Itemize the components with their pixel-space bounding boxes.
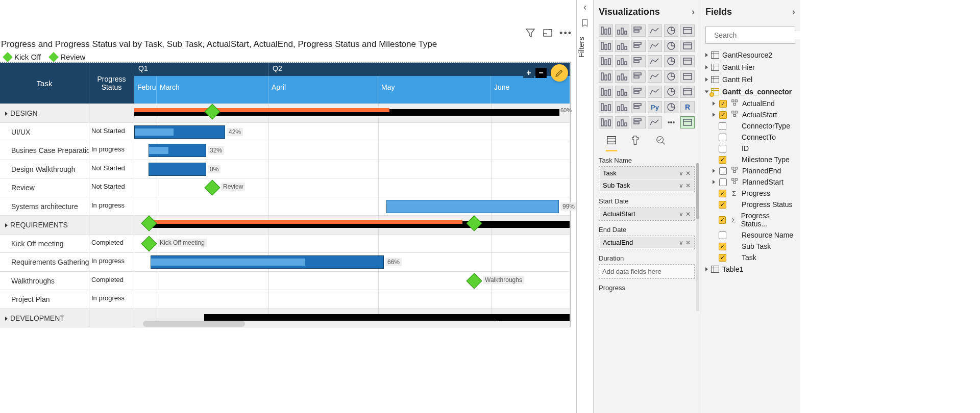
month-cell[interactable]: Febru	[134, 76, 157, 104]
viz-type-icon[interactable]	[664, 70, 678, 83]
field-checkbox[interactable]	[719, 122, 726, 130]
field-row[interactable]: PlannedEnd	[705, 165, 795, 176]
scrollbar-thumb[interactable]	[696, 163, 699, 219]
gantt-row[interactable]: REQUIREMENTS	[0, 215, 570, 234]
well-item-actualend[interactable]: ActualEnd∨✕	[600, 237, 694, 248]
horizontal-scrollbar[interactable]	[143, 321, 500, 327]
chevron-down-icon[interactable]: ∨	[679, 182, 683, 189]
viz-type-icon[interactable]	[599, 116, 613, 128]
task-bar[interactable]: 42%	[134, 125, 225, 139]
viz-type-icon[interactable]	[648, 55, 662, 67]
gantt-row[interactable]: Requirements GatheringIn progress66%	[0, 252, 570, 271]
well-item-task[interactable]: Task∨✕	[600, 167, 694, 179]
legend-item-review[interactable]: Review	[50, 53, 85, 61]
chevron-down-icon[interactable]: ∨	[679, 211, 683, 218]
month-cell[interactable]: April	[268, 76, 378, 104]
well-duration[interactable]: Add data fields here	[599, 264, 695, 279]
expand-icon[interactable]	[5, 112, 8, 116]
remove-icon[interactable]: ✕	[685, 170, 691, 177]
gantt-row[interactable]: Kick Off meetingCompletedKick Off meetin…	[0, 234, 570, 253]
gantt-row[interactable]: WalkthroughsCompletedWalkthroughs	[0, 271, 570, 290]
column-header-task[interactable]: Task	[0, 63, 89, 104]
chevron-icon[interactable]	[713, 169, 715, 173]
chevron-icon[interactable]	[705, 91, 709, 93]
expand-filters-button[interactable]	[577, 0, 593, 15]
viz-type-icon[interactable]	[599, 40, 613, 52]
viz-type-icon[interactable]	[631, 101, 646, 113]
field-checkbox[interactable]	[719, 178, 727, 186]
field-checkbox[interactable]	[719, 100, 727, 108]
viz-type-icon[interactable]	[631, 86, 646, 98]
table-node[interactable]: Gantt_ds_connector	[705, 86, 795, 98]
field-row[interactable]: ΣProgress	[705, 188, 795, 199]
field-checkbox[interactable]	[719, 216, 726, 224]
gantt-row[interactable]: Project PlanIn progress	[0, 290, 570, 308]
chevron-down-icon[interactable]: ∨	[679, 170, 683, 177]
gantt-row[interactable]: Busines Case PreparationIn progress32%	[0, 141, 570, 160]
field-checkbox[interactable]	[719, 167, 727, 175]
viz-type-icon[interactable]	[615, 70, 629, 83]
viz-type-icon[interactable]	[615, 101, 629, 113]
fields-search[interactable]	[705, 27, 795, 44]
chevron-down-icon[interactable]: ∨	[679, 239, 683, 246]
viz-type-icon[interactable]: •••	[664, 116, 678, 128]
table-node[interactable]: Gantt Rel	[705, 73, 795, 86]
zoom-in-button[interactable]: +	[523, 68, 534, 78]
remove-icon[interactable]: ✕	[685, 211, 691, 218]
viz-type-icon[interactable]	[599, 70, 613, 83]
viz-type-icon[interactable]	[648, 86, 662, 98]
field-row[interactable]: ΣProgress Status...	[705, 210, 795, 229]
viz-type-icon[interactable]	[615, 55, 629, 67]
expand-icon[interactable]	[5, 317, 8, 321]
month-cell[interactable]: March	[157, 76, 268, 104]
well-start-date[interactable]: ActualStart∨✕	[599, 207, 695, 221]
table-node[interactable]: Gantt Hier	[705, 61, 795, 73]
milestone-marker[interactable]	[141, 236, 157, 251]
viz-type-icon[interactable]	[599, 86, 613, 98]
viz-type-icon[interactable]	[631, 70, 646, 83]
viz-type-icon[interactable]	[648, 40, 662, 52]
chevron-icon[interactable]	[713, 180, 715, 184]
viz-type-icon[interactable]	[680, 86, 695, 98]
field-row[interactable]: Task	[705, 252, 795, 263]
field-row[interactable]: ConnectTo	[705, 132, 795, 143]
chevron-icon[interactable]	[705, 65, 708, 69]
chevron-icon[interactable]	[713, 113, 715, 117]
gantt-row[interactable]: UI/UXNot Started42%	[0, 122, 570, 141]
milestone-marker[interactable]	[466, 215, 482, 231]
viz-type-icon[interactable]	[599, 101, 613, 113]
viz-type-icon[interactable]	[648, 70, 662, 83]
viz-type-icon[interactable]	[680, 116, 695, 128]
legend-item-kickoff[interactable]: Kick Off	[4, 53, 41, 61]
viz-type-icon[interactable]	[648, 116, 662, 128]
field-checkbox[interactable]	[719, 190, 726, 197]
viz-type-icon[interactable]: R	[680, 101, 695, 113]
milestone-marker[interactable]	[204, 179, 220, 195]
scrollbar-thumb[interactable]	[143, 321, 245, 327]
format-tab[interactable]	[630, 135, 642, 151]
fields-search-input[interactable]	[714, 31, 800, 39]
edit-button[interactable]	[551, 64, 568, 82]
fields-tab[interactable]	[606, 135, 617, 151]
gantt-row[interactable]: Design WalkthroughNot Started0%	[0, 160, 570, 178]
summary-bar[interactable]	[204, 314, 570, 321]
column-header-progress-status[interactable]: ProgressStatus	[89, 63, 134, 104]
viz-type-icon[interactable]	[680, 55, 695, 67]
field-row[interactable]: Resource Name	[705, 229, 795, 241]
viz-type-icon[interactable]	[631, 24, 646, 37]
viz-type-icon[interactable]	[680, 70, 695, 83]
bookmark-icon[interactable]	[580, 18, 590, 28]
field-row[interactable]: Progress Status	[705, 199, 795, 210]
viz-type-icon[interactable]	[631, 55, 646, 67]
filters-pane-collapsed[interactable]: Filters	[576, 0, 594, 413]
field-checkbox[interactable]	[719, 243, 726, 250]
viz-type-icon[interactable]	[599, 24, 613, 37]
field-checkbox[interactable]	[719, 134, 726, 141]
viz-type-icon[interactable]	[599, 55, 613, 67]
summary-bar[interactable]	[147, 221, 570, 228]
field-row[interactable]: Milestone Type	[705, 154, 795, 165]
gantt-visual[interactable]: Task ProgressStatus + − Q1Q2 FebruMarchA…	[0, 62, 571, 327]
viz-type-icon[interactable]	[615, 24, 629, 37]
collapse-visualizations-button[interactable]: ›	[692, 7, 695, 17]
viz-type-icon[interactable]	[664, 40, 678, 52]
